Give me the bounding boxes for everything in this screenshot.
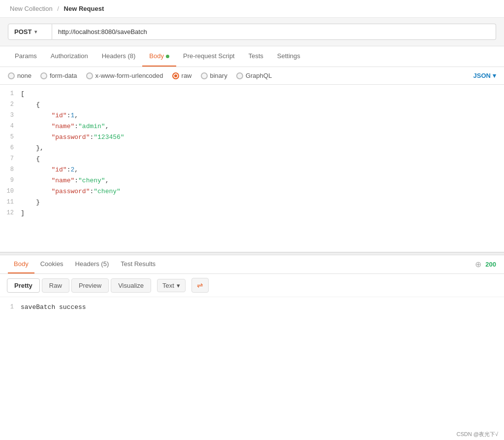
radio-graphql-circle: [236, 72, 243, 79]
response-tabs-bar: Body Cookies Headers (5) Test Results ⊕ …: [0, 255, 504, 274]
line-num-5: 5: [0, 134, 21, 140]
line-content-10: "password":"cheny": [21, 188, 504, 195]
line-num-4: 4: [0, 123, 21, 130]
json-format-label: JSON: [473, 72, 491, 79]
line-num-6: 6: [0, 144, 21, 151]
code-line-5: 5 "password":"123456": [0, 133, 504, 144]
radio-urlencoded-label: x-www-form-urlencoded: [95, 72, 163, 79]
resp-pretty-button[interactable]: Pretty: [7, 278, 40, 293]
resp-raw-button[interactable]: Raw: [42, 278, 69, 293]
line-content-11: }: [21, 199, 504, 206]
method-select[interactable]: POST ▾: [8, 24, 52, 40]
line-content-1: [: [21, 90, 504, 98]
resp-visualize-button[interactable]: Visualize: [111, 278, 151, 293]
method-label: POST: [14, 28, 32, 35]
radio-urlencoded[interactable]: x-www-form-urlencoded: [86, 72, 163, 79]
tab-pre-request[interactable]: Pre-request Script: [176, 46, 242, 67]
code-line-1: 1 [: [0, 90, 504, 101]
line-num-1: 1: [0, 90, 21, 97]
line-num-10: 10: [0, 188, 21, 195]
method-chevron-icon: ▾: [34, 29, 37, 34]
tab-headers[interactable]: Headers (8): [95, 46, 143, 67]
request-tabs: Params Authorization Headers (8) Body Pr…: [0, 46, 504, 67]
line-content-7: {: [21, 155, 504, 163]
radio-none-label: none: [17, 72, 32, 79]
line-content-8: "id":2,: [21, 166, 504, 173]
status-code: 200: [485, 261, 496, 268]
line-content-9: "name":"cheny",: [21, 177, 504, 184]
response-body: 1 saveBatch success: [0, 297, 504, 327]
response-toolbar: Pretty Raw Preview Visualize Text ▾ ⇌: [0, 274, 504, 297]
line-content-4: "name":"admin",: [21, 123, 504, 130]
radio-binary-circle: [201, 72, 208, 79]
radio-binary-label: binary: [210, 72, 227, 79]
code-line-7: 7 {: [0, 155, 504, 166]
radio-none[interactable]: none: [8, 72, 32, 79]
response-tab-test-results[interactable]: Test Results: [115, 255, 161, 273]
line-content-5: "password":"123456": [21, 134, 504, 141]
radio-raw-label: raw: [182, 72, 192, 79]
radio-raw[interactable]: raw: [172, 72, 192, 79]
line-content-3: "id":1,: [21, 112, 504, 119]
tab-authorization[interactable]: Authorization: [44, 46, 95, 67]
line-num-7: 7: [0, 155, 21, 162]
line-num-9: 9: [0, 177, 21, 184]
url-input[interactable]: [52, 24, 496, 40]
code-line-4: 4 "name":"admin",: [0, 122, 504, 133]
response-tab-cookies[interactable]: Cookies: [34, 255, 69, 273]
code-line-11: 11 }: [0, 198, 504, 209]
radio-form-data-circle: [40, 72, 47, 79]
line-num-3: 3: [0, 112, 21, 119]
code-line-12: 12 ]: [0, 209, 504, 220]
radio-binary[interactable]: binary: [201, 72, 227, 79]
body-type-row: none form-data x-www-form-urlencoded raw…: [0, 67, 504, 85]
code-line-8: 8 "id":2,: [0, 166, 504, 176]
breadcrumb: New Collection / New Request: [0, 0, 504, 18]
response-status-bar: ⊕ 200: [475, 260, 496, 269]
radio-form-data-label: form-data: [50, 72, 77, 79]
line-num-12: 12: [0, 209, 21, 216]
line-content-2: {: [21, 101, 504, 108]
tab-params[interactable]: Params: [8, 46, 44, 67]
response-tab-body[interactable]: Body: [8, 255, 34, 273]
tab-body[interactable]: Body: [142, 46, 176, 67]
response-tab-headers[interactable]: Headers (5): [69, 255, 115, 273]
resp-line-num-1: 1: [0, 304, 21, 310]
code-editor[interactable]: 1 [ 2 { 3 "id":1, 4 "name":"admin", 5 "p…: [0, 85, 504, 252]
resp-text-chevron-icon: ▾: [177, 282, 180, 289]
json-dropdown-chevron-icon: ▾: [493, 72, 496, 79]
radio-form-data[interactable]: form-data: [40, 72, 77, 79]
breadcrumb-request: New Request: [64, 5, 104, 12]
tab-settings[interactable]: Settings: [270, 46, 307, 67]
radio-none-circle: [8, 72, 15, 79]
line-num-11: 11: [0, 199, 21, 205]
resp-text-format-select[interactable]: Text ▾: [157, 279, 186, 292]
json-format-dropdown[interactable]: JSON ▾: [473, 72, 496, 79]
resp-text-format-label: Text: [162, 282, 174, 289]
resp-preview-button[interactable]: Preview: [71, 278, 109, 293]
response-line-1: 1 saveBatch success: [0, 303, 504, 314]
code-key-3: "id": [51, 112, 66, 119]
tab-tests[interactable]: Tests: [242, 46, 270, 67]
line-num-2: 2: [0, 101, 21, 108]
radio-graphql-label: GraphQL: [246, 72, 272, 79]
code-line-6: 6 },: [0, 144, 504, 155]
radio-urlencoded-circle: [86, 72, 93, 79]
line-content-12: ]: [21, 209, 504, 217]
breadcrumb-collection[interactable]: New Collection: [10, 5, 53, 12]
wrap-icon[interactable]: ⇌: [191, 278, 209, 293]
url-bar: POST ▾: [0, 18, 504, 46]
code-line-3: 3 "id":1,: [0, 111, 504, 122]
code-line-10: 10 "password":"cheny": [0, 187, 504, 198]
radio-raw-circle: [172, 72, 179, 79]
radio-graphql[interactable]: GraphQL: [236, 72, 272, 79]
line-num-8: 8: [0, 166, 21, 173]
breadcrumb-separator: /: [57, 5, 59, 12]
body-active-dot: [166, 55, 169, 58]
code-line-2: 2 {: [0, 101, 504, 111]
line-content-6: },: [21, 144, 504, 152]
code-line-9: 9 "name":"cheny",: [0, 176, 504, 187]
globe-icon: ⊕: [475, 260, 481, 269]
resp-line-content-1: saveBatch success: [21, 304, 504, 311]
